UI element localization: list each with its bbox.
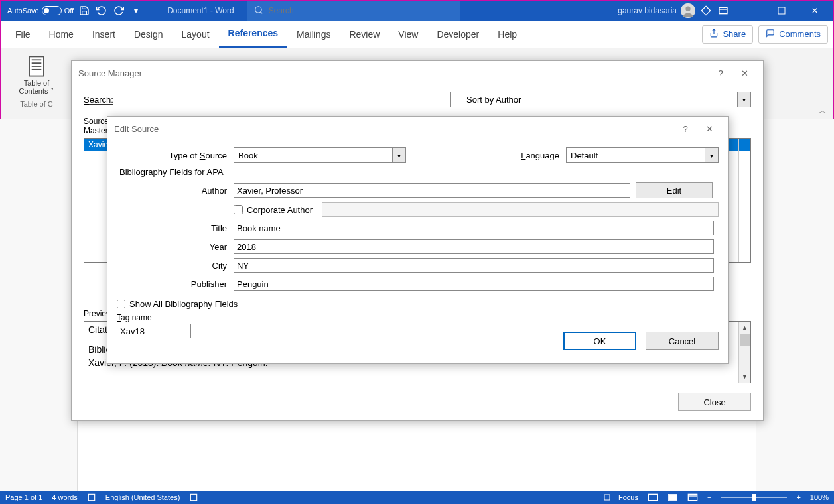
- svg-line-1: [260, 11, 262, 13]
- status-focus[interactable]: Focus: [603, 493, 638, 501]
- minimize-button[interactable]: ─: [734, 1, 763, 21]
- tab-home[interactable]: Home: [40, 21, 83, 48]
- undo-icon[interactable]: [95, 4, 108, 17]
- zoom-level[interactable]: 100%: [810, 493, 829, 501]
- autosave-state: Off: [64, 7, 74, 15]
- publisher-input[interactable]: [234, 277, 714, 291]
- zoom-slider[interactable]: [721, 497, 787, 498]
- status-accessibility-icon[interactable]: [189, 493, 198, 502]
- help-icon[interactable]: ?: [673, 117, 697, 141]
- chevron-down-icon[interactable]: ▾: [393, 147, 406, 163]
- customize-qat-icon[interactable]: ▾: [129, 4, 143, 17]
- svg-rect-19: [688, 494, 697, 500]
- status-bar: Page 1 of 1 4 words English (United Stat…: [0, 491, 834, 504]
- collapse-ribbon-icon[interactable]: ︿: [819, 105, 827, 117]
- city-input[interactable]: [234, 258, 714, 273]
- autosave-toggle[interactable]: AutoSave Off: [7, 6, 74, 15]
- svg-marker-4: [701, 6, 710, 15]
- status-words[interactable]: 4 words: [52, 493, 78, 501]
- tag-name-label: Tag name: [117, 313, 719, 322]
- scrollbar[interactable]: ▲ ▼: [738, 322, 750, 383]
- svg-point-0: [255, 6, 261, 12]
- svg-rect-17: [648, 494, 657, 500]
- tab-help[interactable]: Help: [488, 21, 526, 48]
- view-web-icon[interactable]: [687, 493, 698, 501]
- user-avatar[interactable]: [681, 3, 695, 18]
- save-icon[interactable]: [78, 4, 91, 17]
- dialog-title: Edit Source: [114, 124, 159, 134]
- ok-button[interactable]: OK: [563, 332, 636, 350]
- tab-file[interactable]: File: [6, 21, 40, 48]
- svg-rect-16: [604, 495, 610, 500]
- svg-rect-14: [88, 494, 94, 500]
- sort-select[interactable]: Sort by Author: [462, 92, 738, 107]
- scroll-thumb[interactable]: [740, 334, 750, 346]
- search-input[interactable]: [269, 6, 453, 15]
- search-box[interactable]: [247, 1, 460, 21]
- toc-group-label: Table of C: [20, 100, 53, 108]
- search-icon: [254, 5, 263, 17]
- close-button[interactable]: Close: [678, 393, 751, 411]
- toc-label: Table ofContents ˅: [19, 79, 54, 95]
- comments-icon: [766, 29, 775, 40]
- comments-button[interactable]: Comments: [758, 25, 828, 44]
- status-page[interactable]: Page 1 of 1: [5, 493, 42, 501]
- sm-search-input[interactable]: [119, 92, 451, 107]
- tag-name-input[interactable]: [117, 324, 191, 338]
- corporate-author-checkbox[interactable]: [234, 205, 243, 214]
- ribbon-display-icon[interactable]: [717, 4, 730, 17]
- zoom-out-icon[interactable]: −: [707, 493, 711, 501]
- title-input[interactable]: [234, 221, 714, 235]
- edit-source-dialog: Edit Source ? ✕ Type of Source Book ▾ La…: [107, 116, 729, 364]
- close-button[interactable]: ✕: [800, 1, 829, 21]
- type-of-source-select[interactable]: Book: [234, 147, 393, 163]
- zoom-in-icon[interactable]: +: [796, 493, 800, 501]
- close-icon[interactable]: ✕: [732, 61, 756, 85]
- tab-layout[interactable]: Layout: [173, 21, 219, 48]
- tab-view[interactable]: View: [389, 21, 427, 48]
- toggle-switch-icon: [42, 6, 62, 15]
- chevron-down-icon[interactable]: ▾: [738, 92, 751, 107]
- close-icon[interactable]: ✕: [697, 117, 721, 141]
- svg-rect-18: [668, 494, 677, 500]
- help-icon[interactable]: ?: [709, 61, 732, 85]
- type-of-source-label: Type of Source: [117, 151, 234, 160]
- cancel-button[interactable]: Cancel: [646, 332, 719, 350]
- scrollbar[interactable]: [738, 139, 750, 262]
- share-button[interactable]: Share: [702, 25, 753, 44]
- edit-author-button[interactable]: Edit: [636, 182, 713, 198]
- fields-group-label: Bibliography Fields for APA: [119, 167, 719, 177]
- scroll-up-icon[interactable]: ▲: [739, 322, 750, 334]
- tab-review[interactable]: Review: [340, 21, 389, 48]
- city-label: City: [117, 261, 234, 271]
- tab-mailings[interactable]: Mailings: [287, 21, 340, 48]
- share-label: Share: [723, 29, 746, 39]
- author-label: Author: [117, 186, 234, 196]
- view-print-icon[interactable]: [667, 493, 678, 501]
- chevron-down-icon[interactable]: ▾: [705, 147, 719, 163]
- comments-label: Comments: [779, 29, 821, 39]
- corporate-author-input: [322, 202, 719, 217]
- table-of-contents-button[interactable]: Table ofContents ˅: [19, 55, 54, 95]
- year-input[interactable]: [234, 239, 714, 254]
- view-read-icon[interactable]: [648, 493, 658, 501]
- status-language[interactable]: English (United States): [105, 493, 180, 501]
- title-bar: AutoSave Off ▾ Document1 - Word gaurav b…: [1, 1, 833, 21]
- tab-design[interactable]: Design: [125, 21, 173, 48]
- document-title: Document1 - Word: [154, 6, 247, 15]
- autosave-label: AutoSave: [7, 7, 39, 15]
- author-input[interactable]: [234, 183, 630, 198]
- tab-references[interactable]: References: [219, 21, 288, 48]
- scroll-down-icon[interactable]: ▼: [739, 371, 750, 383]
- diamond-icon[interactable]: [699, 4, 713, 17]
- language-label: Language: [521, 151, 566, 160]
- show-all-fields-checkbox[interactable]: [117, 300, 125, 308]
- tab-insert[interactable]: Insert: [83, 21, 125, 48]
- dialog-title: Source Manager: [78, 68, 142, 78]
- language-select[interactable]: Default: [566, 147, 705, 163]
- status-spellcheck-icon[interactable]: [87, 493, 96, 502]
- tab-developer[interactable]: Developer: [427, 21, 488, 48]
- corporate-author-label: Corporate Author: [247, 205, 313, 215]
- maximize-button[interactable]: [767, 1, 796, 21]
- redo-icon[interactable]: [112, 4, 125, 17]
